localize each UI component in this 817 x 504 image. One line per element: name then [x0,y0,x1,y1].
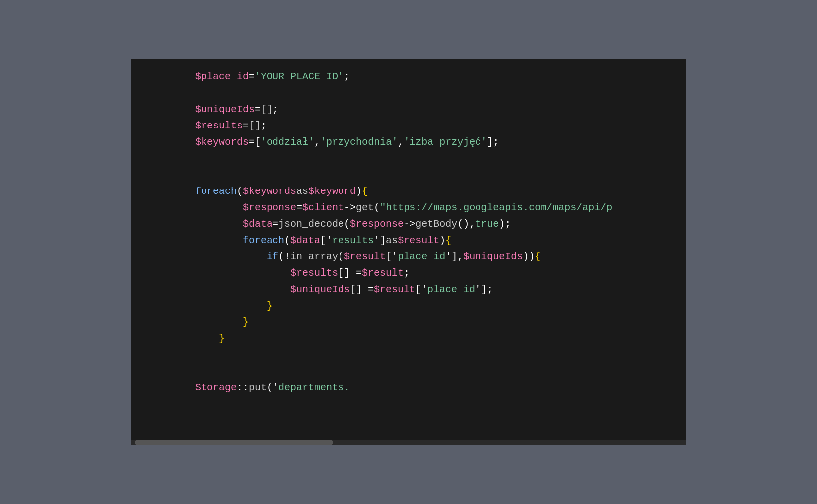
code-content: $place_id = 'YOUR_PLACE_ID';$uniqueIds =… [131,59,686,440]
token: [] = [338,265,362,281]
token: $response [243,199,296,216]
token: $data [243,216,272,232]
indent [195,330,219,347]
indent [195,281,290,298]
code-line: Storage::put('departments. [195,379,686,396]
token: '], [445,249,463,265]
token: { [362,183,368,199]
token: , [314,134,320,150]
token: getBody [415,216,457,232]
code-line: $response = $client->get("https://maps.g… [195,199,686,216]
indent [195,265,290,281]
token: :: [237,379,249,396]
code-line: $uniqueIds[] = $result['place_id']; [195,281,686,298]
token: = [296,199,302,216]
token: ( [338,249,344,265]
token: Storage [195,379,237,396]
code-line: $keywords = ['oddział', 'przychodnia', '… [195,134,686,150]
token: [' [320,232,332,249]
token: $results [290,265,338,281]
code-line [195,347,686,363]
token: 'YOUR_PLACE_ID' [255,68,344,85]
token: [] [261,101,272,118]
code-line: } [195,330,686,347]
token: $result [374,281,415,298]
code-line: if(!in_array($result['place_id'], $uniqu… [195,249,686,265]
code-line [195,150,686,167]
token: [ [255,134,261,150]
code-line [195,85,686,101]
token: [' [415,281,427,298]
token: $uniqueIds [463,249,523,265]
token: '] [374,232,386,249]
token: } [243,314,249,330]
scrollbar-thumb[interactable] [135,440,333,445]
code-line: } [195,314,686,330]
token: $result [362,265,404,281]
token: [' [386,249,398,265]
token: $keywords [195,134,249,150]
token: $keyword [308,183,356,199]
scrollbar-track[interactable] [131,440,686,445]
token: = [243,118,249,134]
code-line: $place_id = 'YOUR_PLACE_ID'; [195,68,686,85]
token: as [296,183,308,199]
token: "https://maps.googleapis.com/maps/api/p [380,199,612,216]
indent [195,249,267,265]
token: $client [302,199,344,216]
token: get [356,199,374,216]
token: = [272,216,278,232]
token: results [332,232,374,249]
token: ) [356,183,362,199]
code-line: } [195,298,686,314]
code-line: $uniqueIds = []; [195,101,686,118]
token: departments. [278,379,350,396]
token: , [398,134,404,150]
token: as [386,232,398,249]
indent [195,216,243,232]
token: = [249,134,255,150]
code-line [195,167,686,183]
token: ; [344,68,350,85]
token: -> [404,216,415,232]
token: place_id [427,281,475,298]
token: (), [457,216,475,232]
indent [195,298,267,314]
code-line: $results = []; [195,118,686,134]
token: foreach [243,232,284,249]
indent [195,314,243,330]
token: ]; [487,134,499,150]
token: ; [404,265,409,281]
token: $keywords [243,183,296,199]
code-line: foreach($keywords as $keyword) { [195,183,686,199]
token: { [535,249,541,265]
token: 'izba przyjęć' [404,134,487,150]
token: $results [195,118,243,134]
token: ( [374,199,380,216]
token: )) [523,249,535,265]
token: $uniqueIds [290,281,350,298]
token: (! [278,249,290,265]
token: 'przychodnia' [320,134,398,150]
token: ( [344,216,350,232]
token: ']; [475,281,493,298]
token: put [249,379,267,396]
code-line: foreach($data['results'] as $result) { [195,232,686,249]
token: } [267,298,272,314]
token: ) [439,232,445,249]
token: $uniqueIds [195,101,255,118]
token: ( [284,232,290,249]
token: $result [344,249,386,265]
indent [195,199,243,216]
code-line: $data = json_decode($response->getBody()… [195,216,686,232]
token: if [267,249,278,265]
token: -> [344,199,356,216]
token: ; [272,101,278,118]
token: true [475,216,499,232]
token: $result [398,232,439,249]
token: place_id [398,249,445,265]
token: ( [237,183,243,199]
token: } [219,330,225,347]
token: [] [249,118,261,134]
token: $response [350,216,404,232]
